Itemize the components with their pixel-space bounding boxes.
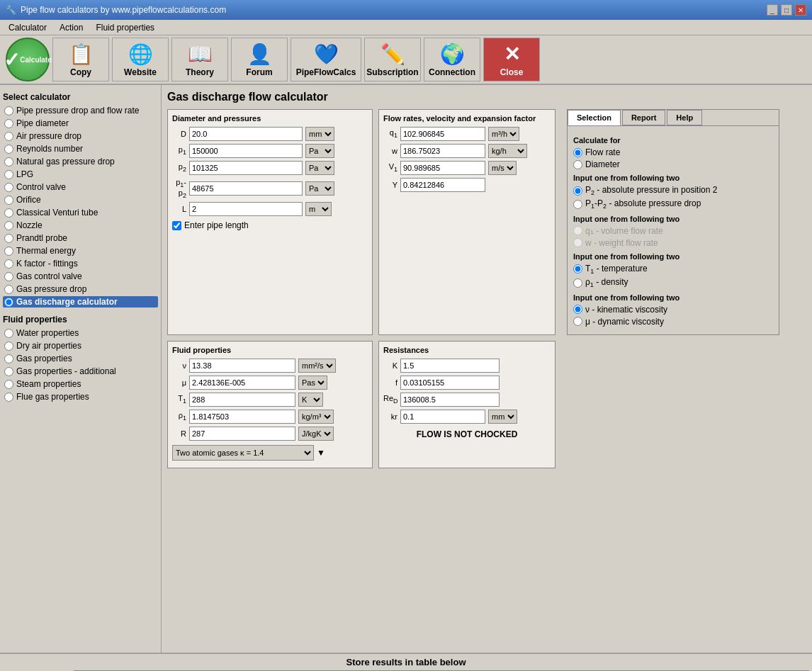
- kr-res-row: kr mmm: [383, 410, 551, 424]
- minimize-button[interactable]: _: [767, 4, 778, 16]
- connection-button[interactable]: 🌍 Connection: [424, 38, 480, 81]
- mu-fp-input[interactable]: [189, 376, 295, 390]
- f-res-label: f: [383, 378, 397, 387]
- calc-flow-rate-radio[interactable]: Flow rate: [573, 147, 773, 157]
- V1-input[interactable]: [400, 161, 485, 175]
- f-res-row: f: [383, 376, 551, 390]
- P1-field-row: p1 PakPabarpsi: [172, 144, 368, 158]
- w-unit-select[interactable]: kg/hkg/skg/min: [488, 144, 527, 158]
- rho1-fp-input[interactable]: [189, 410, 295, 424]
- subscription-button[interactable]: ✏️ Subscription: [364, 38, 421, 81]
- P1-label: p1: [172, 145, 186, 156]
- P2-input[interactable]: [189, 161, 303, 175]
- theory-button[interactable]: 📖 Theory: [171, 38, 228, 81]
- calc-venturi[interactable]: Classical Venturi tube: [3, 207, 158, 218]
- resistances-title: Resistances: [383, 346, 551, 354]
- calc-orifice[interactable]: Orifice: [3, 194, 158, 205]
- v-kinematic-radio[interactable]: ν - kinematic viscosity: [573, 305, 773, 315]
- w-input[interactable]: [400, 144, 485, 158]
- input-one-title2: Input one from following two: [573, 215, 773, 223]
- copy-button[interactable]: 📋 Copy: [52, 38, 109, 81]
- fluid-dry-air[interactable]: Dry air properties: [3, 340, 158, 351]
- R-fp-input[interactable]: [189, 427, 295, 441]
- mu-dynamic-radio[interactable]: μ - dynamic viscosity: [573, 317, 773, 327]
- menu-calculator[interactable]: Calculator: [3, 21, 52, 34]
- q1-input[interactable]: [400, 127, 485, 141]
- R-fp-unit[interactable]: J/kgK: [298, 427, 334, 441]
- ReD-res-input: [400, 393, 500, 407]
- P1P2-unit-select[interactable]: PakPabarpsi: [305, 181, 334, 196]
- close-button-toolbar[interactable]: ✕ Close: [483, 38, 540, 81]
- p2-absolute-radio[interactable]: P2 - absolute pressure in position 2: [573, 185, 773, 196]
- flow-status: FLOW IS NOT CHOCKED: [383, 429, 551, 439]
- T1-fp-input[interactable]: [189, 393, 295, 407]
- fluid-steam[interactable]: Steam properties: [3, 378, 158, 390]
- tab-report[interactable]: Report: [622, 110, 665, 125]
- q1-volume-radio[interactable]: q₁ - volume flow rate: [573, 226, 773, 236]
- L-unit-select[interactable]: mftcm: [305, 202, 332, 216]
- P1-input[interactable]: [189, 144, 303, 158]
- calc-prandtl[interactable]: Prandtl probe: [3, 232, 158, 244]
- T1-temp-radio[interactable]: T1 - temperature: [573, 264, 773, 275]
- calc-title: Gas discharge flow calculator: [167, 91, 806, 103]
- calc-natural-gas[interactable]: Natural gas pressure drop: [3, 156, 158, 167]
- calc-gas-discharge[interactable]: Gas discharge calculator: [3, 296, 158, 308]
- close-button[interactable]: ✕: [795, 4, 806, 16]
- D-input[interactable]: [189, 127, 303, 141]
- calc-nozzle[interactable]: Nozzle: [3, 220, 158, 231]
- L-field-row: L mftcm: [172, 202, 368, 216]
- K-res-input[interactable]: [400, 359, 500, 373]
- calc-gas-control[interactable]: Gas control valve: [3, 271, 158, 282]
- q1-unit-select[interactable]: m³/hm³/sl/s: [488, 127, 519, 141]
- enter-pipe-length-checkbox[interactable]: [172, 221, 181, 230]
- right-panel: Gas discharge flow calculator Diameter a…: [162, 85, 812, 653]
- v-fp-input[interactable]: [189, 359, 295, 373]
- L-input[interactable]: [189, 202, 303, 216]
- P1P2-input[interactable]: [189, 181, 303, 196]
- pipeflowcalcs-button[interactable]: 💙 PipeFlowCalcs: [291, 38, 361, 81]
- T1-fp-unit[interactable]: K°C°F: [298, 393, 323, 407]
- calc-diameter-radio[interactable]: Diameter: [573, 159, 773, 169]
- menu-fluid-properties[interactable]: Fluid properties: [90, 21, 160, 34]
- calc-gas-pressure[interactable]: Gas pressure drop: [3, 283, 158, 295]
- calc-pipe-diameter[interactable]: Pipe diameter: [3, 118, 158, 129]
- D-unit-select[interactable]: mmcmmin: [305, 127, 334, 141]
- app-icon: 🔧: [6, 5, 16, 15]
- tab-selection[interactable]: Selection: [568, 110, 621, 125]
- fluid-gas[interactable]: Gas properties: [3, 353, 158, 364]
- rho1-density-radio[interactable]: ρ1 - density: [573, 277, 773, 288]
- kr-res-input[interactable]: [400, 410, 485, 424]
- fluid-gas-additional[interactable]: Gas properties - additional: [3, 366, 158, 377]
- theory-icon: 📖: [188, 43, 213, 66]
- rho1-fp-unit[interactable]: kg/m³g/l: [298, 410, 334, 424]
- maximize-button[interactable]: □: [781, 4, 792, 16]
- menu-action[interactable]: Action: [54, 21, 89, 34]
- kr-res-unit[interactable]: mmm: [488, 410, 517, 424]
- v-fp-unit[interactable]: mm²/sm²/s: [298, 359, 336, 373]
- calc-pipe-pressure-drop[interactable]: Pipe pressure drop and flow rate: [3, 105, 158, 116]
- V1-unit-select[interactable]: m/sft/s: [488, 161, 517, 175]
- calc-thermal[interactable]: Thermal energy: [3, 245, 158, 256]
- forum-button[interactable]: 👤 Forum: [231, 38, 288, 81]
- P2-unit-select[interactable]: PakPabarpsi: [305, 161, 334, 175]
- kappa-select[interactable]: Two atomic gases κ = 1.4 Mono atomic gas…: [172, 445, 314, 461]
- website-button[interactable]: 🌐 Website: [112, 38, 169, 81]
- calc-reynolds[interactable]: Reynolds number: [3, 143, 158, 154]
- selection-tabs: Selection Report Help: [568, 110, 779, 126]
- fluid-water[interactable]: Water properties: [3, 327, 158, 339]
- calc-kfactor[interactable]: K factor - fittings: [3, 258, 158, 269]
- enter-pipe-length-row: Enter pipe length: [172, 220, 368, 230]
- calculate-button[interactable]: ✓ Calculate: [6, 38, 50, 81]
- tab-help[interactable]: Help: [667, 110, 702, 125]
- rho1-fp-label: ρ1: [172, 411, 186, 422]
- v-field-row: ν mm²/sm²/s: [172, 359, 368, 373]
- P1-unit-select[interactable]: PakPabarpsi: [305, 144, 334, 158]
- calc-air-pressure-drop[interactable]: Air pressure drop: [3, 130, 158, 142]
- diameter-pressures-panel: Diameter and pressures D mmcmmin p1 PakP…: [167, 109, 373, 335]
- calc-control-valve[interactable]: Control valve: [3, 181, 158, 193]
- fluid-flue-gas[interactable]: Flue gas properties: [3, 391, 158, 402]
- mu-fp-unit[interactable]: PascP: [298, 376, 327, 390]
- calc-lpg[interactable]: LPG: [3, 169, 158, 180]
- p1p2-drop-radio[interactable]: P1-P2 - absolute pressure drop: [573, 198, 773, 210]
- w-weight-radio[interactable]: w - weight flow rate: [573, 238, 773, 248]
